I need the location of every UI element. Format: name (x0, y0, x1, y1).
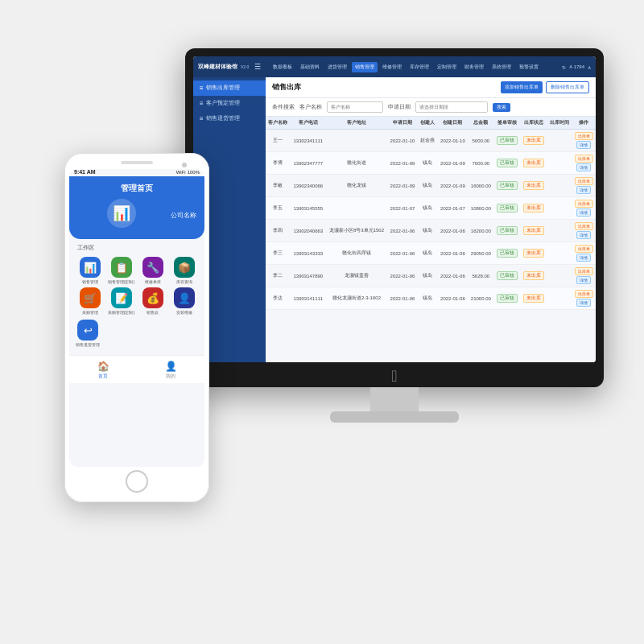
user-info: A 1794 (569, 64, 584, 69)
grid-item-install[interactable]: 👤 安装维修 (170, 287, 198, 315)
cell-creator: 镇岛 (418, 287, 438, 310)
grid-item-sales-custom[interactable]: 📋 销售管理(定制) (107, 257, 135, 284)
nav-warning[interactable]: 预警设置 (516, 62, 542, 72)
phone-title: 管理首页 (77, 183, 196, 194)
phone-home-button[interactable] (126, 470, 148, 493)
grid-item-purchase[interactable]: 🛒 采购管理 (76, 287, 104, 315)
nav-sales[interactable]: 销售管理 (352, 62, 378, 72)
cell-apply: 2022-01-10 (387, 130, 418, 152)
grid-item-finance[interactable]: 💰 销售款 (138, 287, 167, 315)
out-order-button[interactable]: 出库单 (575, 245, 593, 253)
cell-phone: 13903141111 (291, 287, 326, 310)
grid-item-inventory[interactable]: 📦 库存查询 (170, 257, 198, 284)
repair-label: 维修单库 (145, 279, 161, 284)
cell-apply: 2022-01-06 (387, 287, 418, 310)
out-order-button[interactable]: 出库单 (575, 177, 593, 185)
out-order-button[interactable]: 出库单 (575, 267, 593, 275)
sidebar-item-sales-out[interactable]: ≡ 销售出库管理 (193, 80, 266, 96)
finance-icon: 💰 (142, 287, 163, 308)
customer-name-input[interactable] (327, 101, 383, 113)
detail-button[interactable]: 详情 (576, 276, 591, 284)
out-order-button[interactable]: 出库单 (575, 132, 593, 140)
sidebar-item-customer-order[interactable]: ≡ 客户预定管理 (193, 96, 266, 111)
table-body: 王一 13302341111 2022-01-10 赵金燕 2022-01-10… (266, 130, 596, 310)
cell-creator: 赵金燕 (418, 130, 438, 152)
phone-screen: 9:41 AM WiFi 100% 管理首页 📊 公司名称 (69, 169, 204, 467)
nav-system[interactable]: 系统管理 (489, 62, 514, 72)
data-table: 客户名称 客户电话 客户地址 申请日期 创建人 创建日期 总金额 签单审核 出库 (266, 117, 596, 362)
avatar-icon: 📊 (113, 204, 130, 222)
cell-creator: 镇岛 (418, 152, 438, 175)
home-icon: 🏠 (97, 361, 109, 372)
sales-icon: 📊 (80, 257, 101, 278)
detail-button[interactable]: 详情 (576, 208, 591, 217)
cell-status: 未出库 (520, 220, 547, 242)
detail-button[interactable]: 详情 (576, 231, 591, 239)
table-row: 李博 13902347777 赣化街道 2022-01-09 镇岛 2022-0… (266, 152, 596, 175)
detail-button[interactable]: 详情 (576, 254, 591, 262)
cell-addr: 赣化街四序镇 (326, 242, 387, 265)
col-sign: 签单审核 (493, 117, 520, 130)
cell-op: 出库单 详情 (572, 175, 596, 197)
nav-home-item[interactable]: 🏠 首页 (69, 361, 137, 380)
app-version: V2.0 (241, 64, 249, 69)
detail-button[interactable]: 详情 (576, 299, 591, 307)
nav-basic[interactable]: 基础资料 (297, 62, 323, 72)
app-nav: 数据看板 基础资料 进货管理 销售管理 维修管理 库存管理 定制管理 财务管理 … (270, 62, 559, 72)
nav-finance[interactable]: 财务管理 (461, 62, 487, 72)
refresh-icon[interactable]: ↻ (562, 64, 566, 70)
sidebar-item-sales-return[interactable]: ≡ 销售退货管理 (193, 111, 266, 126)
finance-label: 销售款 (147, 310, 159, 315)
export-button[interactable]: 删除销售出库单 (546, 81, 589, 93)
add-sales-order-button[interactable]: 添加销售出库单 (501, 81, 543, 93)
cell-time (547, 265, 572, 287)
nav-purchase[interactable]: 进货管理 (324, 62, 350, 72)
table-row: 李五 13903145555 2022-01-07 镇岛 2022-01-07 … (266, 197, 596, 220)
filter-section-label: 条件搜索 (272, 104, 295, 111)
nav-mine-item[interactable]: 👤 我的 (137, 361, 204, 380)
cell-apply: 2022-01-06 (387, 242, 418, 265)
grid-item-purchase-custom[interactable]: 📝 采购管理(定制) (107, 287, 135, 315)
mine-icon: 👤 (165, 361, 177, 372)
sales-table: 客户名称 客户电话 客户地址 申请日期 创建人 创建日期 总金额 签单审核 出库 (266, 117, 596, 310)
col-create-date: 创建日期 (438, 117, 469, 130)
repair-icon: 🔧 (142, 257, 163, 278)
phone: 9:41 AM WiFi 100% 管理首页 📊 公司名称 (64, 153, 209, 502)
grid-item-return[interactable]: ↩ 销售退货管理 (76, 320, 100, 347)
cell-phone: 13902040663 (291, 220, 326, 242)
col-op: 操作 (572, 117, 596, 130)
cell-op: 出库单 详情 (572, 242, 596, 265)
grid-item-sales[interactable]: 📊 销售管理 (76, 257, 104, 284)
phone-bottom-nav: 🏠 首页 👤 我的 (69, 355, 204, 383)
table-row: 李达 13903141111 赣化龙灏街道2-3-1602 2022-01-06… (266, 287, 596, 310)
date-range-input[interactable] (415, 101, 488, 113)
cell-status: 未出库 (520, 175, 547, 197)
nav-custom[interactable]: 定制管理 (434, 62, 460, 72)
chevron-icon: ∧ (588, 64, 591, 70)
stand-base (330, 411, 459, 423)
phone-status-bar: 9:41 AM WiFi 100% (69, 169, 204, 175)
phone-avatar: 📊 (107, 199, 136, 228)
search-button[interactable]: 搜索 (493, 103, 510, 112)
cell-status: 未出库 (520, 242, 547, 265)
cell-addr: 赣化街道 (326, 152, 387, 175)
nav-dashboard[interactable]: 数据看板 (270, 62, 295, 72)
nav-repair[interactable]: 维修管理 (379, 62, 405, 72)
phone-status-icons: WiFi 100% (176, 170, 200, 175)
out-order-button[interactable]: 出库单 (575, 222, 593, 230)
menu-icon[interactable]: ☰ (254, 63, 261, 71)
detail-button[interactable]: 详情 (576, 186, 591, 194)
nav-inventory[interactable]: 库存管理 (407, 62, 432, 72)
out-order-button[interactable]: 出库单 (575, 155, 593, 163)
grid-item-repair[interactable]: 🔧 维修单库 (138, 257, 167, 284)
list-icon: ≡ (200, 85, 204, 92)
out-order-button[interactable]: 出库单 (575, 290, 593, 298)
cell-apply: 2022-01-06 (387, 220, 418, 242)
out-order-button[interactable]: 出库单 (575, 200, 593, 208)
cell-name: 李五 (266, 197, 291, 220)
detail-button[interactable]: 详情 (576, 141, 591, 149)
header-buttons: 添加销售出库单 删除销售出库单 (501, 81, 589, 93)
detail-button[interactable]: 详情 (576, 163, 591, 171)
cell-create-date: 2022-01-06 (438, 242, 469, 265)
main-header: 销售出库 添加销售出库单 删除销售出库单 (266, 77, 596, 98)
